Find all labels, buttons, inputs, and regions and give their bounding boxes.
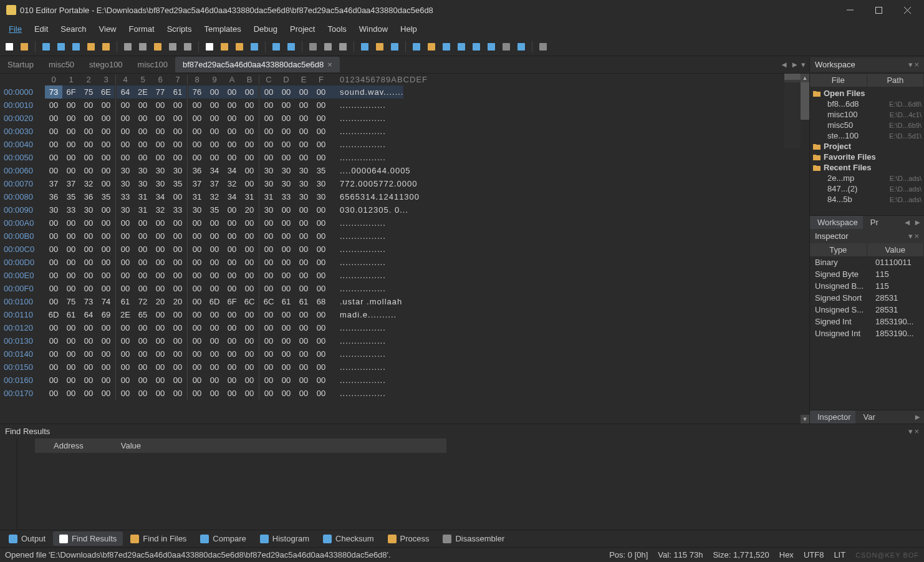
hex-byte[interactable]: 00 [241,243,258,256]
hex-byte[interactable]: 00 [295,99,312,112]
minimize-button[interactable] [835,0,864,20]
hex-byte[interactable]: 00 [241,164,258,177]
hex-ascii[interactable]: ................ [330,112,386,125]
status-hex[interactable]: Hex [779,550,794,560]
hex-byte[interactable]: 20 [152,295,169,308]
hex-byte[interactable]: 31 [241,190,258,203]
hex-byte[interactable]: 00 [117,334,134,347]
hex-byte[interactable]: 2E [117,308,134,321]
hex-byte[interactable]: 00 [117,374,134,387]
hex-byte[interactable]: 00 [277,387,295,400]
hex-row[interactable]: 00:014000000000000000000000000000000000.… [0,347,809,361]
hex-byte[interactable]: 00 [117,243,134,256]
hex-byte[interactable]: 00 [188,151,206,164]
hex-byte[interactable]: 00 [45,112,62,125]
hex-byte[interactable]: 00 [206,243,223,256]
hex-byte[interactable]: 00 [97,282,115,295]
hex-byte[interactable]: 00 [260,230,277,243]
hex-byte[interactable]: 00 [241,387,258,400]
hex-byte[interactable]: 00 [312,374,330,387]
workspace-col-file[interactable]: File [810,74,867,87]
hex-byte[interactable]: 00 [295,387,312,400]
hex-byte[interactable]: 00 [117,112,134,125]
hex-byte[interactable]: 00 [312,269,330,282]
hex-byte[interactable]: 00 [97,387,115,400]
hex-byte[interactable]: 00 [169,374,186,387]
hex-byte[interactable]: 00 [152,282,169,295]
maximize-button[interactable] [864,0,893,20]
hex-ascii[interactable]: ................ [330,282,386,295]
hex-byte[interactable]: 00 [134,138,152,151]
inspector-row[interactable]: Signed Short28531 [810,292,924,304]
hex-byte[interactable]: 00 [206,347,223,361]
bottom-tab-find-results[interactable]: Find Results [53,531,123,546]
hex-ascii[interactable]: ....0000644.0005 [330,164,411,177]
hex-byte[interactable]: 00 [134,151,152,164]
hex-byte[interactable]: 00 [206,308,223,321]
hex-byte[interactable]: 00 [295,308,312,321]
toolbar-button-34[interactable] [455,40,468,54]
hex-byte[interactable]: 00 [260,112,277,125]
hex-byte[interactable]: 00 [169,138,186,151]
bottom-tab-process[interactable]: Process [382,531,436,546]
hex-byte[interactable]: 00 [45,374,62,387]
hex-byte[interactable]: 00 [152,138,169,151]
toolbar-button-6[interactable] [84,40,98,54]
hex-byte[interactable]: 00 [62,243,80,256]
hex-byte[interactable]: 34 [152,190,169,203]
hex-byte[interactable]: 00 [97,256,115,269]
hex-byte[interactable]: 00 [241,321,258,334]
inspector-row[interactable]: Unsigned S...28531 [810,304,924,316]
hex-byte[interactable]: 73 [80,295,97,308]
hex-byte[interactable]: 00 [260,282,277,295]
toolbar-button-3[interactable] [39,40,53,54]
hex-byte[interactable]: 00 [223,112,241,125]
menu-format[interactable]: Format [123,22,161,36]
hex-byte[interactable]: 00 [45,361,62,374]
hex-byte[interactable]: 00 [80,216,97,230]
hex-byte[interactable]: 00 [295,256,312,269]
hex-row[interactable]: 00:016000000000000000000000000000000000.… [0,374,809,387]
status-endian[interactable]: LIT [834,550,845,560]
hex-byte[interactable]: 00 [97,334,115,347]
hex-byte[interactable]: 00 [62,164,80,177]
file-tab[interactable]: stego100 [82,57,130,72]
panel-close-icon[interactable]: × [914,427,919,436]
hex-byte[interactable]: 00 [97,112,115,125]
hex-byte[interactable]: 00 [80,164,97,177]
hex-byte[interactable]: 00 [295,85,312,99]
hex-byte[interactable]: 37 [45,177,62,190]
hex-byte[interactable]: 00 [134,321,152,334]
hex-byte[interactable]: 00 [80,387,97,400]
hex-byte[interactable]: 00 [312,361,330,374]
hex-row[interactable]: 00:001000000000000000000000000000000000.… [0,99,809,112]
inspector-col-value[interactable]: Value [867,243,925,256]
hex-byte[interactable]: 00 [117,151,134,164]
hex-byte[interactable]: 00 [260,334,277,347]
hex-byte[interactable]: 00 [206,282,223,295]
hex-byte[interactable]: 30 [117,164,134,177]
hex-row[interactable]: 00:0090303330003031323330350020300000000… [0,203,809,216]
hex-row[interactable]: 00:0000736F756E642E77617600000000000000s… [0,85,809,99]
hex-byte[interactable]: 00 [277,151,295,164]
hex-byte[interactable]: 00 [97,269,115,282]
hex-byte[interactable]: 00 [188,387,206,400]
workspace-col-path[interactable]: Path [867,74,925,87]
toolbar-button-5[interactable] [69,40,83,54]
hex-row[interactable]: 00:00E000000000000000000000000000000000.… [0,269,809,282]
menu-project[interactable]: Project [284,22,321,36]
hex-byte[interactable]: 00 [117,387,134,400]
hex-byte[interactable]: 00 [312,256,330,269]
hex-byte[interactable]: 00 [241,216,258,230]
hex-byte[interactable]: 30 [134,164,152,177]
find-col-value[interactable]: Value [102,438,160,453]
hex-byte[interactable]: 00 [80,282,97,295]
hex-byte[interactable]: 00 [312,282,330,295]
hex-byte[interactable]: 00 [295,216,312,230]
hex-byte[interactable]: 00 [169,256,186,269]
toolbar-button-37[interactable] [499,40,513,54]
hex-byte[interactable]: 00 [169,190,186,203]
inspector-row[interactable]: Signed Int1853190... [810,316,924,327]
hex-ascii[interactable]: 772.0005772.0000 [330,177,417,190]
hex-byte[interactable]: 30 [188,203,206,216]
